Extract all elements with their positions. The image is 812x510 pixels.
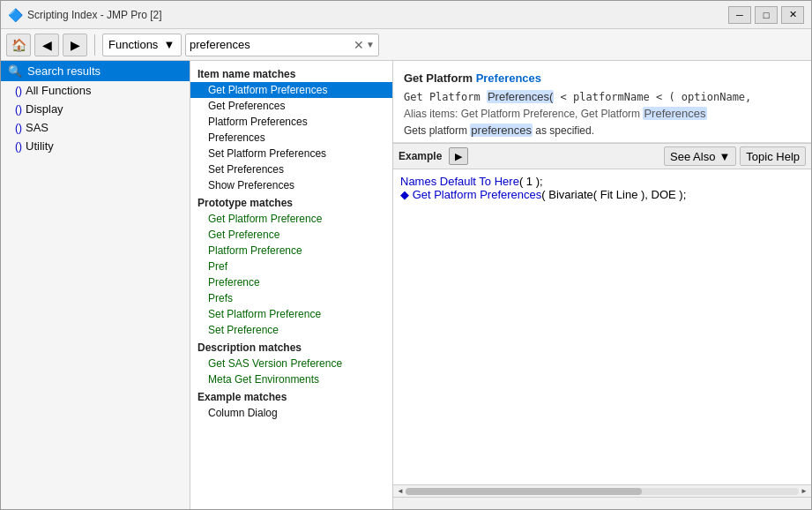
home-button[interactable]: 🏠 [6,34,31,56]
match-item-show-preferences[interactable]: Show Preferences [190,177,392,193]
sidebar-item-sas-label: SAS [26,121,48,134]
scrollbar-thumb[interactable] [406,488,642,495]
topic-help-button[interactable]: Topic Help [740,146,806,166]
search-input[interactable] [190,38,352,51]
close-button[interactable]: ✕ [781,6,804,24]
sidebar-item-display-label: Display [26,102,63,116]
search-clear-button[interactable]: ✕ [352,38,366,52]
match-item-set-platform-preference[interactable]: Set Platform Preference [190,306,392,322]
match-item-preferences[interactable]: Preferences [190,130,392,146]
scroll-right-arrow[interactable]: ► [799,487,809,495]
section-header-prototype: Prototype matches [190,193,392,211]
sidebar-item-all-functions[interactable]: () All Functions [1,81,190,100]
forward-button[interactable]: ▶ [63,34,87,56]
category-dropdown-arrow: ▼ [163,38,175,51]
match-item-preference[interactable]: Preference [190,274,392,290]
app-icon: 🔷 [8,8,22,22]
run-arrow-icon: ◆ [400,188,409,201]
right-title: Get Platform Preferences [404,70,801,85]
right-signature-highlight: Preferences( [487,90,554,103]
back-button[interactable]: ◀ [34,34,59,56]
right-alias: Alias items: Get Platform Preference, Ge… [404,107,801,120]
right-title-normal: Get Platform [404,71,476,85]
scrollbar-track[interactable] [406,488,799,495]
code-area: Names Default To Here( 1 ); ◆ Get Platfo… [393,169,811,484]
title-bar: 🔷 Scripting Index - JMP Pro [2] ─ □ ✕ [1,1,811,29]
paren-icon-utility: () [15,140,22,153]
match-item-platform-preference[interactable]: Platform Preference [190,243,392,259]
bottom-status [393,497,811,509]
category-dropdown[interactable]: Functions ▼ [102,34,182,56]
maximize-button[interactable]: □ [755,6,778,24]
right-description: Gets platform preferences as specified. [404,124,801,137]
code-line-2: ◆ Get Platform Preferences( Bivariate( F… [400,188,804,201]
match-item-set-platform-preferences[interactable]: Set Platform Preferences [190,146,392,161]
section-header-item-name: Item name matches [190,64,392,82]
right-alias-highlight: Preferences [643,107,706,120]
see-also-button[interactable]: See Also ▼ [664,146,736,166]
example-toolbar: Example ▶ See Also ▼ Topic Help [393,143,811,169]
main-area: 🔍 Search results () All Functions () Dis… [1,61,811,509]
category-dropdown-label: Functions [108,38,158,51]
toolbar: 🏠 ◀ ▶ Functions ▼ ✕ ▼ [1,29,811,61]
topic-help-label: Topic Help [746,150,800,163]
minimize-button[interactable]: ─ [728,6,751,24]
right-title-highlight: Preferences [476,71,541,85]
match-item-get-platform-preference[interactable]: Get Platform Preference [190,211,392,227]
match-item-meta-get-environments[interactable]: Meta Get Environments [190,371,392,387]
sidebar-item-display[interactable]: () Display [1,100,190,118]
title-bar-text: Scripting Index - JMP Pro [2] [27,9,728,21]
see-also-label: See Also [670,150,715,163]
search-box[interactable]: ✕ ▼ [185,34,379,56]
code-line-1: Names Default To Here( 1 ); [400,175,804,188]
match-item-set-preference[interactable]: Set Preference [190,322,392,338]
toolbar-separator [94,34,95,56]
right-header: Get Platform Preferences Get Platform Pr… [393,61,811,143]
search-icon: 🔍 [8,64,22,78]
search-results-label: Search results [27,64,101,78]
right-desc-highlight: preferences [470,124,533,137]
search-results-header[interactable]: 🔍 Search results [1,61,190,81]
paren-icon-sas: () [15,122,22,134]
sidebar-item-sas[interactable]: () SAS [1,118,190,137]
match-item-get-sas-version-preference[interactable]: Get SAS Version Preference [190,356,392,371]
match-item-get-preference[interactable]: Get Preference [190,227,392,243]
sidebar-item-utility-label: Utility [26,139,54,153]
sidebar-item-all-functions-label: All Functions [26,84,91,97]
right-panel: Get Platform Preferences Get Platform Pr… [393,61,811,509]
search-dropdown-arrow[interactable]: ▼ [366,40,375,49]
match-item-platform-preferences[interactable]: Platform Preferences [190,114,392,130]
paren-icon-display: () [15,103,22,116]
match-item-column-dialog[interactable]: Column Dialog [190,405,392,421]
match-item-get-preferences[interactable]: Get Preferences [190,98,392,114]
middle-panel: Item name matches Get Platform Preferenc… [190,61,393,509]
section-header-description: Description matches [190,338,392,356]
match-item-pref[interactable]: Pref [190,259,392,274]
window-controls: ─ □ ✕ [728,6,804,24]
left-panel: 🔍 Search results () All Functions () Dis… [1,61,190,509]
match-item-prefs[interactable]: Prefs [190,290,392,306]
see-also-arrow: ▼ [719,150,730,163]
example-play-button[interactable]: ▶ [449,147,468,165]
scroll-left-arrow[interactable]: ◄ [395,487,406,495]
right-signature: Get Platform Preferences( < platformName… [404,90,801,103]
section-header-example: Example matches [190,387,392,405]
example-label: Example [399,150,442,162]
match-item-set-preferences[interactable]: Set Preferences [190,161,392,177]
horizontal-scrollbar[interactable]: ◄ ► [393,484,811,497]
sidebar-item-utility[interactable]: () Utility [1,137,190,155]
paren-icon: () [15,85,22,97]
match-item-get-platform-preferences[interactable]: Get Platform Preferences [190,82,392,98]
